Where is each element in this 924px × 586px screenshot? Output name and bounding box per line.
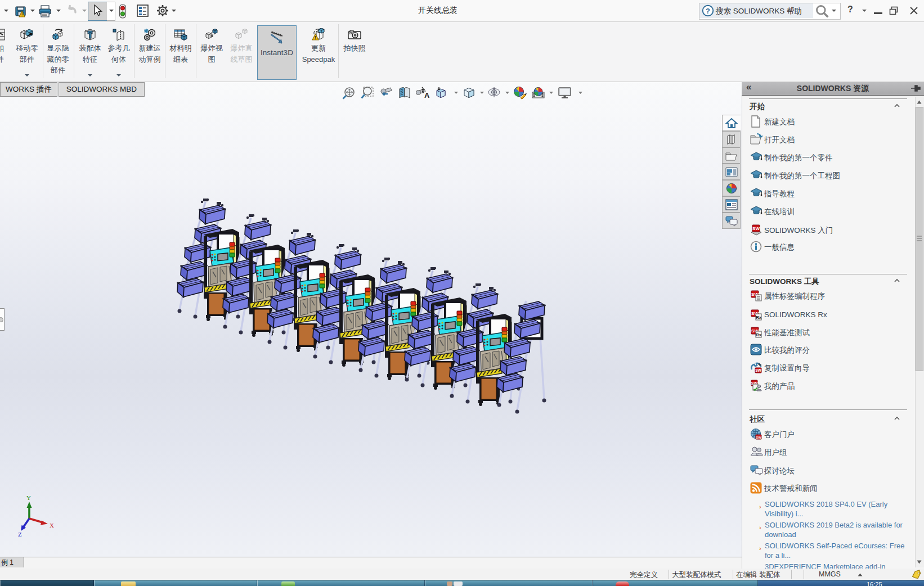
svg-text:SW: SW — [752, 226, 760, 231]
svg-text:SW: SW — [755, 368, 761, 372]
svg-text:!: ! — [21, 12, 23, 17]
svg-text:?: ? — [706, 7, 710, 15]
svg-text:SW: SW — [756, 436, 761, 439]
svg-text:Rx: Rx — [756, 315, 762, 320]
svg-text:!: ! — [315, 35, 316, 40]
svg-text:X: X — [50, 522, 54, 529]
svg-text:A: A — [424, 91, 430, 100]
svg-text:Y: Y — [26, 495, 31, 501]
svg-text:Rx: Rx — [756, 332, 762, 337]
svg-text:Z: Z — [18, 531, 22, 538]
